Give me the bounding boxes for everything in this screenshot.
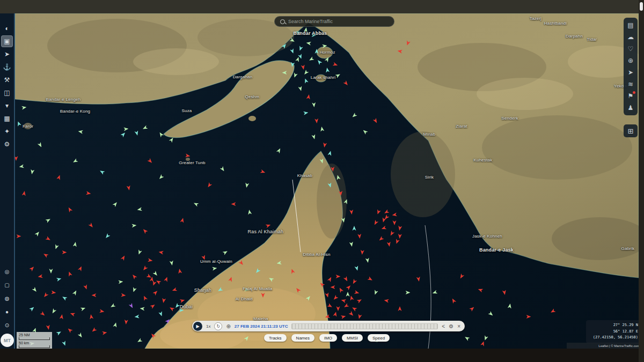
place-label: Jask-e Kohneh — [472, 234, 502, 239]
playback-timestamp[interactable]: 27 FEB 2024 21:11:23 UTC — [235, 324, 288, 329]
playback-settings-button[interactable]: ⚙ — [449, 323, 453, 329]
map-canvas[interactable]: Bandar AbbasHormozLarak shahriDargahanQe… — [15, 13, 639, 349]
place-label: Kuhestak — [474, 158, 493, 162]
toggle-imo[interactable]: IMO — [319, 334, 337, 342]
coord-lat: 27° 25.29 N — [590, 322, 638, 329]
place-label: Bandar-e Kong — [60, 109, 90, 114]
right-toolbar: ▤☁♡⊕➤≋⚑♟ — [624, 18, 638, 115]
place-label: Faror — [23, 124, 33, 129]
sidebar-cluster-icon[interactable]: ◍ — [2, 293, 12, 304]
play-icon: ▶ — [196, 324, 199, 329]
sidebar-layers-icon[interactable]: ▣ — [2, 36, 12, 47]
sidebar-locate-icon[interactable]: ◎ — [2, 267, 12, 277]
left-sidebar: MT ◐▣➤⚓⚒◫▾▦✦⚙◎▢◍●⊙ — [0, 13, 15, 349]
notifications-flag-icon[interactable]: ⚑ — [625, 90, 636, 102]
search-icon — [280, 19, 285, 24]
place-label: Larak shahri — [311, 75, 335, 80]
app-frame: Bandar AbbasHormozLarak shahriDargahanQe… — [0, 0, 644, 362]
sidebar-tools-icon[interactable]: ⚒ — [2, 75, 12, 85]
loop-button[interactable]: ↻ — [214, 322, 222, 330]
place-label: Tazerj — [530, 16, 542, 21]
time-playback-bar: ▶ 1x ↻ ⊕ 27 FEB 2024 21:11:23 UTC < ⚙ × — [192, 321, 465, 331]
place-label: Ziarat — [456, 124, 467, 129]
place-label: Hashtbandi — [544, 21, 567, 26]
timeline-slider[interactable] — [291, 323, 438, 329]
marinetraffic-logo[interactable]: MT — [1, 334, 14, 347]
search-placeholder: Search MarineTraffic — [288, 19, 333, 24]
sidebar-target-icon[interactable]: ⊙ — [2, 320, 12, 331]
sidebar-photos-icon[interactable]: ◫ — [2, 87, 12, 98]
globe-button[interactable]: ⊕ — [226, 323, 230, 329]
scale-nm: 25 NM — [19, 333, 50, 337]
scale-bar-top — [19, 337, 50, 340]
fullscreen-icon: ⊞ — [628, 127, 634, 135]
favorites-icon[interactable]: ♡ — [625, 43, 636, 55]
basemap-icon[interactable]: ▤ — [625, 19, 636, 31]
sidebar-contrast-icon[interactable]: ◐ — [2, 23, 12, 34]
place-label: Gabrik — [621, 246, 635, 251]
globe-icon[interactable]: ⊕ — [625, 55, 636, 67]
satellite-land-layer — [15, 13, 639, 349]
place-label: Bandar Abbas — [293, 31, 327, 36]
display-toggles-row: TracksNamesIMOMMSISpeed — [15, 334, 639, 342]
letterbox-bottom — [0, 349, 644, 362]
fullscreen-button[interactable]: ⊞ — [624, 124, 638, 137]
place-label: Falaj Al Mualla — [243, 286, 272, 291]
place-label: Dargahan — [233, 75, 253, 79]
scale-bar-bottom — [19, 345, 50, 348]
place-label: Ras Al Khaimah — [248, 229, 284, 234]
toggle-speed[interactable]: Speed — [368, 334, 390, 342]
toggle-mmsi[interactable]: MMSI — [342, 334, 363, 342]
place-label: Suza — [181, 108, 192, 113]
sidebar-ports-icon[interactable]: ⚓ — [2, 62, 12, 72]
search-bar[interactable]: Search MarineTraffic — [274, 16, 394, 27]
letterbox-top — [0, 0, 644, 13]
cursor-coordinates-panel: 27° 25.29 N 56° 12.87 E (27.42150, 56.21… — [586, 320, 639, 343]
page-scrollbar[interactable] — [639, 0, 644, 362]
weather-icon[interactable]: ☁ — [625, 31, 636, 43]
place-label: Umm al-Quwain — [200, 259, 232, 264]
sidebar-filters-icon[interactable]: ▾ — [2, 100, 12, 111]
map-attribution: Leaflet | © MarineTraffic.com — [567, 343, 639, 349]
sidebar-vessels-icon[interactable]: ➤ — [2, 49, 12, 60]
place-label: Dubai — [180, 304, 193, 309]
play-button[interactable]: ▶ — [193, 322, 202, 331]
sidebar-areas-icon[interactable]: ▦ — [2, 113, 12, 124]
place-label: Dibba Al-Hisn — [303, 252, 330, 257]
place-label: Khasab — [297, 173, 312, 178]
toggle-tracks[interactable]: Tracks — [264, 334, 287, 342]
place-label: Hormoz — [319, 50, 335, 55]
place-label: Sharjah — [194, 287, 211, 293]
place-label: Qeshm — [245, 94, 260, 99]
speed-label[interactable]: 1x — [206, 324, 210, 329]
account-icon[interactable]: ♟ — [625, 102, 636, 114]
wind-icon[interactable]: ≋ — [625, 78, 636, 90]
loop-icon: ↻ — [217, 324, 221, 329]
coord-lon: 56° 12.87 E — [590, 329, 638, 335]
scale-km: 50 km — [19, 341, 50, 345]
fleet-icon[interactable]: ➤ — [625, 67, 636, 78]
coord-decimal: (27.42150, 56.21450) — [590, 335, 638, 341]
place-label: Tidar — [587, 37, 597, 42]
place-label: Senderk — [501, 116, 518, 121]
close-playback-button[interactable]: × — [457, 323, 460, 329]
place-label: Sirik — [425, 175, 434, 180]
scrollbar-thumb[interactable] — [640, 2, 643, 11]
map-scale: 25 NM 50 km — [17, 332, 52, 349]
place-label: Minab — [423, 132, 436, 137]
place-label: Darpahn — [566, 34, 583, 39]
sidebar-stop-icon[interactable]: ▢ — [2, 280, 12, 291]
sidebar-routes-icon[interactable]: ✦ — [2, 126, 12, 137]
place-label: Greater Tunb — [179, 160, 206, 165]
sidebar-settings-icon[interactable]: ⚙ — [2, 139, 12, 150]
toggle-names[interactable]: Names — [291, 334, 314, 342]
notification-badge — [633, 91, 635, 94]
share-button[interactable]: < — [442, 323, 445, 329]
sidebar-dot-icon[interactable]: ● — [2, 307, 12, 317]
place-label: Bandar-e Jask — [479, 247, 514, 253]
place-label: Al Dhaid — [236, 297, 253, 301]
place-label: Bandar-e Lengeh — [46, 97, 81, 102]
